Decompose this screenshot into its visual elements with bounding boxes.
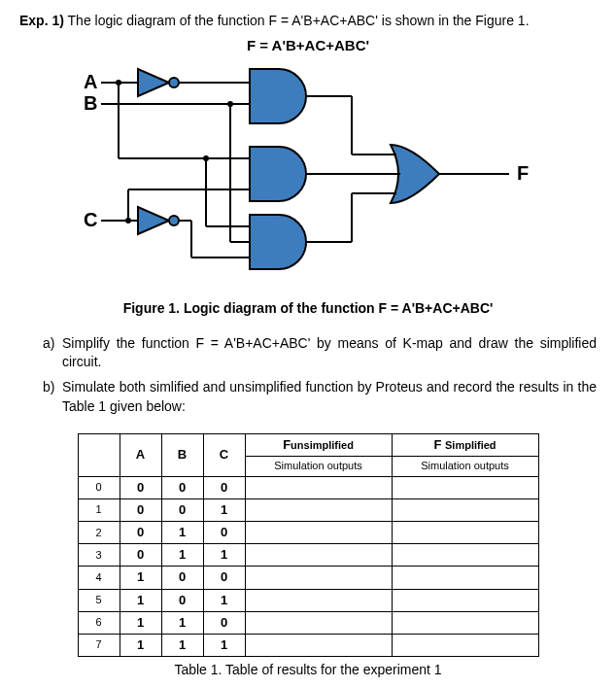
cell-out-unsimplified [245,611,392,634]
not-gate-A [138,69,179,96]
subhead-unsimplified: Simulation outputs [245,457,392,476]
table-row: 1001 [78,498,538,521]
subhead-simplified: Simulation outputs [392,457,538,476]
cell-C: 1 [203,498,245,521]
cell-out-simplified [392,635,538,657]
heading-prefix: Exp. 1) [19,13,64,28]
cell-out-unsimplified [245,635,392,657]
cell-out-simplified [392,498,538,521]
function-equation: F = A'B+AC+ABC' [19,35,597,55]
label-C: C [84,209,97,230]
cell-C: 0 [203,476,245,498]
problem-heading: Exp. 1) The logic diagram of the functio… [19,12,597,31]
col-simplified: F Simplified [392,434,538,457]
cell-B: 1 [161,522,203,544]
table-row: 3011 [78,544,538,567]
cell-B: 0 [161,567,203,589]
truth-table: A B C Funsimplified F Simplified Simulat… [78,433,539,657]
logic-diagram-svg: A B C F [80,61,536,285]
question-a: a) Simplify the function F = A'B+AC+ABC'… [43,334,597,372]
cell-out-simplified [392,589,538,611]
col-B: B [161,434,203,477]
col-unsimplified: Funsimplified [245,434,392,457]
logic-diagram-figure: A B C F [19,61,597,291]
cell-A: 1 [120,589,161,611]
cell-A: 0 [120,498,161,521]
cell-B: 0 [161,498,203,521]
cell-out-unsimplified [245,476,392,498]
and-gate-1 [250,69,306,123]
col-C: C [203,434,245,477]
and-gate-3 [250,215,306,269]
question-a-label: a) [43,334,62,372]
table-caption: Table 1. Table of results for the experi… [19,661,597,680]
cell-C: 0 [203,611,245,634]
cell-A: 0 [120,544,161,567]
table-row: 5101 [78,589,538,611]
label-A: A [84,71,97,92]
table-row: 7111 [78,635,538,657]
cell-B: 0 [161,589,203,611]
heading-text: The logic diagram of the function F = A'… [64,13,530,28]
row-index: 2 [78,522,120,544]
row-index: 3 [78,544,120,567]
cell-B: 1 [161,611,203,634]
cell-C: 0 [203,522,245,544]
question-b: b) Simulate both simlified and unsimplif… [43,378,597,416]
cell-C: 0 [203,567,245,589]
cell-out-simplified [392,522,538,544]
row-index: 1 [78,498,120,521]
table-row: 0000 [78,476,538,498]
cell-B: 1 [161,635,203,657]
cell-A: 0 [120,522,161,544]
question-b-label: b) [43,378,62,416]
row-index: 5 [78,589,120,611]
cell-A: 1 [120,567,161,589]
cell-A: 0 [120,476,161,498]
table-header-row-1: A B C Funsimplified F Simplified [78,434,538,457]
label-B: B [84,92,97,114]
cell-out-simplified [392,544,538,567]
question-b-text: Simulate both simlified and unsimplified… [62,378,597,416]
question-a-text: Simplify the function F = A'B+AC+ABC' by… [62,334,597,372]
cell-out-unsimplified [245,522,392,544]
table-row: 4100 [78,567,538,589]
cell-A: 1 [120,611,161,634]
cell-out-unsimplified [245,544,392,567]
cell-out-simplified [392,611,538,634]
row-index: 7 [78,635,120,657]
label-F: F [517,162,529,184]
cell-B: 1 [161,544,203,567]
table-row: 6110 [78,611,538,634]
row-index: 4 [78,567,120,589]
not-gate-C [138,207,179,234]
cell-out-simplified [392,476,538,498]
cell-C: 1 [203,635,245,657]
cell-out-simplified [392,567,538,589]
cell-A: 1 [120,635,161,657]
question-list: a) Simplify the function F = A'B+AC+ABC'… [43,334,597,416]
cell-B: 0 [161,476,203,498]
table-row: 2010 [78,522,538,544]
cell-out-unsimplified [245,498,392,521]
row-index: 6 [78,611,120,634]
and-gate-2 [250,147,306,201]
cell-C: 1 [203,544,245,567]
row-index: 0 [78,476,120,498]
cell-out-unsimplified [245,589,392,611]
figure-caption: Figure 1. Logic diagram of the function … [19,299,597,319]
cell-out-unsimplified [245,567,392,589]
cell-C: 1 [203,589,245,611]
col-A: A [120,434,161,477]
